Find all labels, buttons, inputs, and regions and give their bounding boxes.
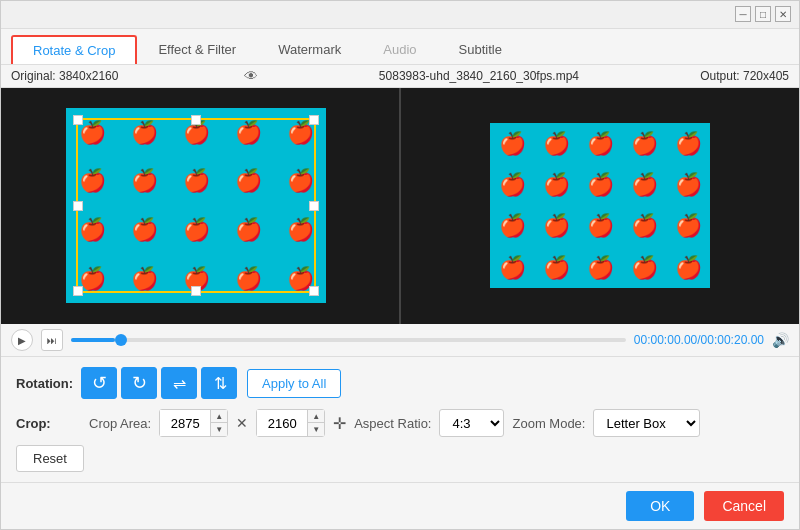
- tab-effect-filter[interactable]: Effect & Filter: [137, 35, 257, 63]
- crop-dimensions-cross: ✕: [236, 415, 248, 431]
- reset-button[interactable]: Reset: [16, 445, 84, 472]
- flip-vertical-button[interactable]: ⇅: [201, 367, 237, 399]
- crop-handle-ml[interactable]: [73, 201, 83, 211]
- rotate-right-button[interactable]: ↻: [121, 367, 157, 399]
- cancel-button[interactable]: Cancel: [704, 491, 784, 521]
- filename: 5083983-uhd_3840_2160_30fps.mp4: [379, 69, 579, 83]
- eye-icon[interactable]: 👁: [244, 68, 258, 84]
- crop-handle-tl[interactable]: [73, 115, 83, 125]
- main-window: ─ □ ✕ Rotate & Crop Effect & Filter Wate…: [0, 0, 800, 530]
- aspect-ratio-select[interactable]: 4:3 16:9 1:1 Free: [439, 409, 504, 437]
- crop-width-input-group: ▲ ▼: [159, 409, 228, 437]
- zoom-mode-group: Letter Box Pan & Scan Full: [593, 409, 700, 437]
- crop-handle-bl[interactable]: [73, 286, 83, 296]
- titlebar: ─ □ ✕: [1, 1, 799, 29]
- crop-handle-tm[interactable]: [191, 115, 201, 125]
- flip-horizontal-button[interactable]: ⇌: [161, 367, 197, 399]
- minimize-button[interactable]: ─: [735, 6, 751, 22]
- volume-icon[interactable]: 🔊: [772, 332, 789, 348]
- crop-height-input[interactable]: [257, 410, 307, 436]
- preview-panel: 🍎 🍎 🍎 🍎 🍎 🍎 🍎 🍎 🍎 🍎 🍎 🍎 🍎 🍎 🍎 🍎: [401, 88, 799, 324]
- crop-handle-bm[interactable]: [191, 286, 201, 296]
- rotation-label: Rotation:: [16, 376, 81, 391]
- tab-watermark[interactable]: Watermark: [257, 35, 362, 63]
- video-info-bar: Original: 3840x2160 👁 5083983-uhd_3840_2…: [1, 65, 799, 88]
- tab-bar: Rotate & Crop Effect & Filter Watermark …: [1, 29, 799, 65]
- preview-canvas: 🍎 🍎 🍎 🍎 🍎 🍎 🍎 🍎 🍎 🍎 🍎 🍎 🍎 🍎 🍎 🍎: [455, 111, 745, 301]
- playback-bar: ▶ ⏭ 00:00:00.00/00:00:20.00 🔊: [1, 324, 799, 357]
- crop-height-spinners: ▲ ▼: [307, 410, 324, 436]
- maximize-button[interactable]: □: [755, 6, 771, 22]
- crop-width-spinners: ▲ ▼: [210, 410, 227, 436]
- tab-audio: Audio: [362, 35, 437, 63]
- crop-width-down[interactable]: ▼: [211, 423, 227, 436]
- zoom-mode-select[interactable]: Letter Box Pan & Scan Full: [593, 409, 700, 437]
- play-button[interactable]: ▶: [11, 329, 33, 351]
- crop-width-up[interactable]: ▲: [211, 410, 227, 423]
- aspect-ratio-label: Aspect Ratio:: [354, 416, 431, 431]
- progress-fill: [71, 338, 115, 342]
- controls-area: Rotation: ↺ ↻ ⇌ ⇅ Apply to All Crop: Cro…: [1, 357, 799, 482]
- apply-to-all-button[interactable]: Apply to All: [247, 369, 341, 398]
- rotate-left-button[interactable]: ↺: [81, 367, 117, 399]
- crop-canvas: 🍎 🍎 🍎 🍎 🍎 🍎 🍎 🍎 🍎 🍎 🍎 🍎 🍎 🍎 🍎 🍎: [66, 108, 326, 303]
- footer: OK Cancel: [1, 482, 799, 529]
- crop-crosshair-icon: ✛: [333, 414, 346, 433]
- crop-height-up[interactable]: ▲: [308, 410, 324, 423]
- time-display: 00:00:00.00/00:00:20.00: [634, 333, 764, 347]
- rotation-row: Rotation: ↺ ↻ ⇌ ⇅ Apply to All: [16, 367, 784, 399]
- crop-label: Crop:: [16, 416, 81, 431]
- progress-bar[interactable]: [71, 338, 626, 342]
- crop-editor: 🍎 🍎 🍎 🍎 🍎 🍎 🍎 🍎 🍎 🍎 🍎 🍎 🍎 🍎 🍎 🍎: [1, 88, 399, 324]
- crop-height-down[interactable]: ▼: [308, 423, 324, 436]
- crop-handle-tr[interactable]: [309, 115, 319, 125]
- crop-handle-mr[interactable]: [309, 201, 319, 211]
- progress-thumb: [115, 334, 127, 346]
- tab-subtitle[interactable]: Subtitle: [438, 35, 523, 63]
- tab-rotate-crop[interactable]: Rotate & Crop: [11, 35, 137, 64]
- reset-row: Reset: [16, 445, 784, 472]
- crop-row: Crop: Crop Area: ▲ ▼ ✕ ▲ ▼ ✛ Aspect Rati…: [16, 409, 784, 437]
- aspect-ratio-group: 4:3 16:9 1:1 Free: [439, 409, 504, 437]
- crop-area-label: Crop Area:: [89, 416, 151, 431]
- crop-height-input-group: ▲ ▼: [256, 409, 325, 437]
- step-button[interactable]: ⏭: [41, 329, 63, 351]
- video-area: 🍎 🍎 🍎 🍎 🍎 🍎 🍎 🍎 🍎 🍎 🍎 🍎 🍎 🍎 🍎 🍎: [1, 88, 799, 324]
- crop-handle-br[interactable]: [309, 286, 319, 296]
- close-button[interactable]: ✕: [775, 6, 791, 22]
- crop-overlay[interactable]: [76, 118, 316, 293]
- crop-width-input[interactable]: [160, 410, 210, 436]
- preview-frame: 🍎 🍎 🍎 🍎 🍎 🍎 🍎 🍎 🍎 🍎 🍎 🍎 🍎 🍎 🍎 🍎: [490, 123, 710, 288]
- output-resolution: Output: 720x405: [700, 69, 789, 83]
- ok-button[interactable]: OK: [626, 491, 694, 521]
- original-resolution: Original: 3840x2160: [11, 69, 118, 83]
- zoom-mode-label: Zoom Mode:: [512, 416, 585, 431]
